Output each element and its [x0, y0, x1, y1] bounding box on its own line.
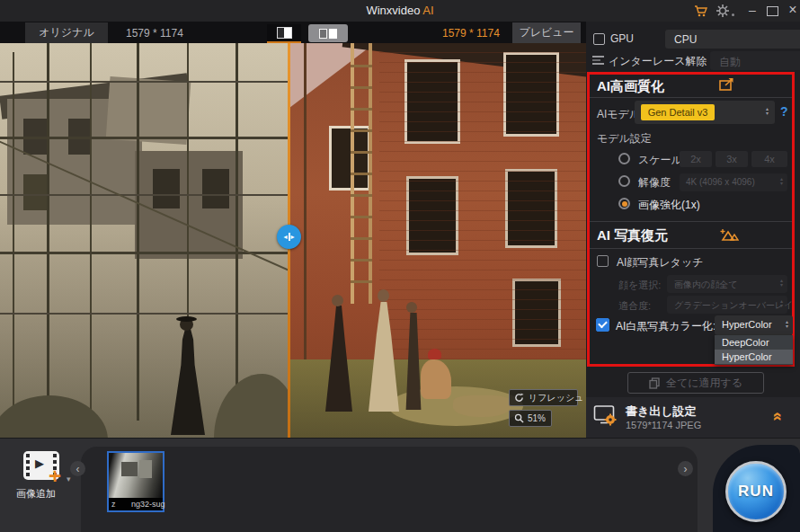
thumbnail-name-left: z	[111, 500, 116, 509]
deinterlace-select: 自動 ▴▾	[710, 51, 800, 70]
separator	[590, 248, 793, 249]
figure-silhouette	[421, 359, 451, 399]
refresh-button[interactable]: リフレッシュ	[509, 389, 578, 406]
titlebar: Winxvideo AI –	[0, 0, 800, 22]
apply-all-button: 全てに適用する	[627, 372, 764, 394]
ladder-shape	[369, 43, 372, 304]
resolution-value: 4K (4096 x 4096)	[686, 177, 755, 187]
strip-scroll-left[interactable]: ‹	[70, 461, 85, 476]
figure-silhouette	[332, 295, 343, 306]
scaffold-pole	[13, 52, 14, 430]
resolution-radio[interactable]	[618, 175, 630, 187]
separator	[590, 97, 793, 98]
menu-item-deepcolor[interactable]: DeepColor	[715, 335, 793, 350]
run-button[interactable]: RUN	[725, 461, 787, 522]
split-view-toggle[interactable]	[267, 24, 301, 43]
bottom-bar: ▶ + ▾ 画像追加 ‹ z ng32-sug › RU	[0, 438, 800, 532]
model-settings-label: モデル設定	[597, 131, 652, 146]
gpu-label: GPU	[610, 32, 634, 45]
figure-silhouette	[428, 349, 441, 359]
export-settings-icon	[593, 404, 618, 431]
gear-icon[interactable]	[716, 4, 730, 18]
strip-scroll-right[interactable]: ›	[678, 461, 693, 476]
enhance-section-title: AI高画質化	[597, 78, 664, 95]
close-button[interactable]: ×	[786, 2, 800, 18]
blend-chevron: ▴▾	[780, 299, 783, 308]
scaffold-pole	[47, 43, 49, 438]
thumbnail-name-right: ng32-sug	[131, 500, 165, 509]
media-thumbnail[interactable]: z ng32-sug	[107, 451, 164, 512]
ai-model-value-pill: Gen Detail v3	[641, 104, 715, 120]
blend-value: グラデーションオーバーレイ	[674, 299, 793, 312]
original-size-label: 1579 * 1174	[126, 27, 183, 40]
scale-radio[interactable]	[618, 153, 630, 164]
ladder-shape	[351, 43, 354, 304]
cart-icon[interactable]	[694, 4, 708, 18]
scale-label: スケール	[638, 153, 682, 168]
help-icon[interactable]: ?	[780, 104, 788, 119]
side-by-side-toggle[interactable]	[308, 24, 348, 42]
gpu-select[interactable]: CPU ▴▾	[665, 30, 800, 49]
side-by-side-icon-right	[329, 29, 337, 39]
app-window: Winxvideo AI –	[0, 0, 800, 532]
scaffold-bar	[0, 194, 289, 196]
scale-3x-button: 3x	[716, 151, 748, 167]
right-panel: GPU CPU ▴▾ インターレース解除 自動 ▴▾ AI高画質化	[586, 22, 800, 438]
apply-all-icon	[649, 377, 660, 389]
preview-size-label: 1579 * 1174	[442, 27, 500, 40]
add-plus-glyph: +	[49, 466, 61, 487]
gear-menu-dot	[732, 13, 734, 16]
add-image-label: 画像追加	[16, 487, 56, 501]
face-select-value: 画像内の顔全て	[674, 279, 737, 291]
enhance-1x-radio[interactable]	[618, 198, 630, 209]
scaffold-pole	[90, 43, 92, 438]
blend-label: 適合度:	[618, 299, 651, 313]
handle-bar	[289, 233, 290, 241]
figure-silhouette	[176, 316, 197, 322]
compare-slider-handle[interactable]: ◂ ▸	[277, 225, 301, 249]
tab-original[interactable]: オリジナル	[25, 22, 108, 43]
refresh-icon	[514, 393, 524, 403]
tab-preview[interactable]: プレビュー	[512, 22, 581, 43]
face-select-dropdown: 画像内の顔全て ▴▾	[667, 275, 787, 293]
zoom-indicator[interactable]: 51%	[509, 410, 552, 427]
play-glyph: ▶	[35, 457, 44, 469]
run-label: RUN	[738, 483, 774, 501]
photo-shape	[289, 43, 375, 108]
menu-item-hypercolor[interactable]: HyperColor	[715, 350, 793, 364]
export-settings-detail: 1579*1174 JPEG	[626, 420, 701, 430]
colorize-label: AI白黒写真カラー化:	[616, 319, 716, 334]
separator	[590, 221, 793, 222]
scaffold-bar	[0, 313, 289, 315]
export-expand-chevron[interactable]: «	[769, 412, 787, 421]
window-shape	[329, 126, 370, 191]
minimize-button[interactable]: –	[745, 3, 760, 17]
face-select-label: 顔を選択:	[618, 279, 661, 292]
face-select-chevron: ▴▾	[780, 279, 783, 288]
figure-silhouette	[171, 329, 205, 435]
app-title-name: Winxvideo	[366, 4, 420, 17]
restore-section-icon[interactable]	[719, 226, 739, 242]
original-photo-pane	[0, 43, 289, 438]
preview-toolbar: オリジナル 1579 * 1174 1579 * 1174 プレビュー	[0, 22, 586, 43]
colorize-select[interactable]: HyperColor ▴▾	[715, 315, 793, 335]
enhance-expand-icon[interactable]	[719, 77, 735, 92]
deinterlace-value: 自動	[719, 55, 741, 70]
apply-all-label: 全てに適用する	[666, 376, 742, 391]
resolution-chevron: ▴▾	[780, 177, 783, 186]
handle-left-arrow: ◂	[283, 234, 287, 241]
colorize-checkbox[interactable]	[596, 318, 609, 332]
magnifier-icon	[514, 413, 524, 423]
maximize-button[interactable]	[767, 6, 778, 16]
resolution-select: 4K (4096 x 4096) ▴▾	[680, 173, 787, 191]
export-settings-row[interactable]: 書き出し設定 1579*1174 JPEG «	[586, 397, 800, 438]
refresh-label: リフレッシュ	[529, 392, 583, 404]
scale-4x-button: 4x	[751, 151, 787, 167]
figure-silhouette	[453, 395, 511, 417]
figure-silhouette	[378, 289, 389, 302]
face-retouch-checkbox[interactable]	[597, 255, 609, 267]
split-view-icon	[277, 27, 292, 39]
ai-model-select[interactable]: Gen Detail v3 ▴▾	[635, 101, 775, 124]
figure-silhouette	[325, 306, 352, 412]
deinterlace-label: インターレース解除	[609, 54, 707, 69]
